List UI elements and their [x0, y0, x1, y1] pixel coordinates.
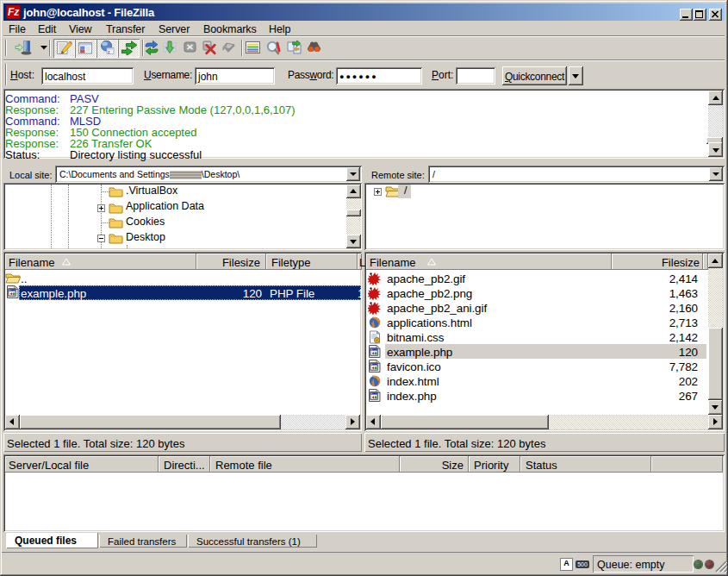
- svg-text:Fz: Fz: [8, 6, 19, 18]
